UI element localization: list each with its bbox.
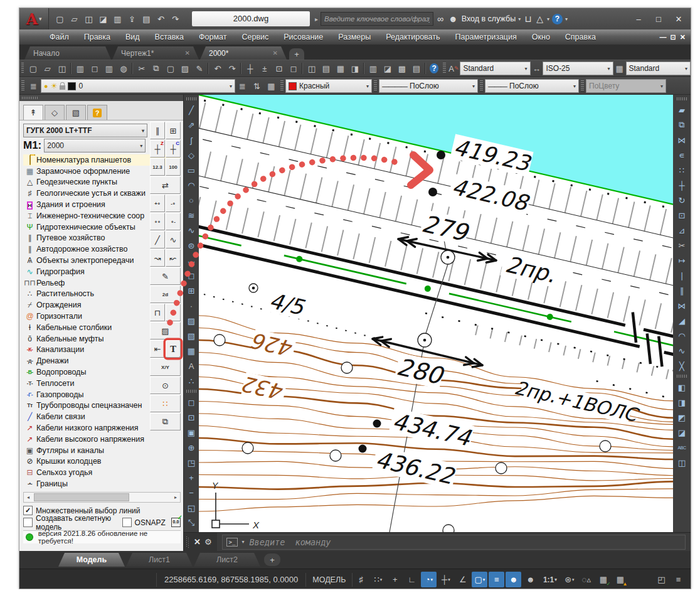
qat-icon-4[interactable]: ▥ [110,12,125,26]
workspace-switching-icon[interactable]: ⊛▾ [561,572,577,587]
toolbar-icon-31[interactable]: ▤ [409,61,423,75]
dynamic-input-icon[interactable]: + [387,572,403,587]
toolbar-icon-12[interactable]: ▨ [178,61,192,75]
draw-icon-8[interactable]: ∿ [184,223,198,238]
modify-icon-14[interactable]: ◢ [675,313,689,328]
draw-icon-4[interactable]: ▭ [184,163,198,178]
panel-tool-14-0[interactable]: ⊙ [150,377,181,394]
draw-icon-13[interactable]: · [184,298,198,313]
toolbar-grip[interactable] [677,97,687,100]
modify-icon-16[interactable]: ∿ [675,343,689,358]
toolbar-icon-0[interactable]: ▢ [26,61,40,75]
toolbar-icon-18[interactable]: ┼ [243,61,257,75]
draw2-icon-4[interactable]: ◳ [184,455,198,470]
panel-tool-1-0[interactable]: ┼Z [150,140,165,158]
modify2-icon-5[interactable]: ◫ [675,455,689,470]
modify-icon-7[interactable]: ⊡ [675,208,689,223]
toolbar-icon-10[interactable]: ⧉ [149,61,163,75]
horizontal-scrollbar[interactable]: ◂ ▸ [23,492,181,503]
modify-icon-8[interactable]: ⊿ [675,223,689,238]
modify2-icon-4[interactable]: ABC [675,440,689,455]
qat-icon-5[interactable]: ⇪ [125,12,139,26]
scroll-right-icon[interactable]: ▸ [171,494,180,500]
annotation-scale-icon[interactable]: 1:1▾ [539,572,560,587]
menu-item-8[interactable]: Редактировать [378,29,447,45]
toolbar-icon-28[interactable]: ▥ [366,61,380,75]
isodraft-icon[interactable]: ┼▾ [438,572,453,587]
menu-item-9[interactable]: Параметризация [448,29,524,45]
toolbar-grip[interactable] [677,375,687,378]
draw-icon-5[interactable]: ◠ [184,178,198,193]
panel-tool-10-1[interactable]: ∽ [166,304,181,321]
customization-icon[interactable]: ≡ [671,572,686,587]
layout-tab-модель[interactable]: Модель [58,553,125,567]
text-style-select[interactable]: Standard▾ [460,61,530,75]
toolbar-icon-21[interactable]: ◻ [286,61,300,75]
draw-icon-16[interactable]: ▦ [184,343,198,358]
draw-icon-2[interactable]: ʃ [184,132,198,147]
panel-tool-2-1[interactable]: 100 [166,158,181,176]
grid-icon[interactable]: ♯ [353,572,369,587]
modify-icon-15[interactable]: ◠ [675,328,689,343]
modify-icon-0[interactable]: ▰ [675,102,689,117]
user-icon[interactable]: ☻ [447,14,459,24]
file-tab-Начало[interactable]: Начало [24,46,111,60]
modify-icon-1[interactable]: ⧉ [675,117,689,132]
menu-item-1[interactable]: Правка [77,29,118,45]
menu-item-5[interactable]: Сервис [234,29,276,45]
toolbar-icon-6[interactable]: ▥ [102,61,116,75]
category-item-26[interactable]: ▣Футляры и каналы [23,445,181,456]
app-menu-button[interactable]: A ▾ [19,8,49,29]
toolbar-icon-2[interactable]: ◫ [55,61,69,75]
menu-item-4[interactable]: Формат [191,29,234,45]
panel-tool-1-1[interactable]: ┼C [166,140,181,158]
toolbar-grip[interactable] [374,80,377,92]
modify-icon-13[interactable]: ⋈ [675,298,689,313]
toolbar-icon-4[interactable]: ▥ [73,61,87,75]
command-field[interactable]: >_ ▾ [222,535,686,550]
modify-icon-17[interactable]: ╳ [675,358,689,373]
panel-tool-6-1[interactable]: ∿ [166,231,181,248]
linetype-select[interactable]: ————ПоСлою▾ [379,79,478,93]
category-item-25[interactable]: ↗Кабели высокого напряжения [23,434,181,445]
file-tab-Чертеж1[interactable]: Чертеж1*✕ [112,46,199,60]
draw2-icon-1[interactable]: ⊡ [184,410,198,425]
draw2-icon-5[interactable]: + [184,470,198,485]
modify2-icon-1[interactable]: ◨ [675,395,689,410]
qat-icon-6[interactable]: ▤ [139,12,154,26]
layer-color-swatch[interactable] [68,82,76,90]
panel-tool-15-0[interactable]: ∷ [150,395,181,412]
panel-tool-9-0[interactable]: 2d [150,286,181,303]
mdi-restore-button[interactable]: ⊡ [671,33,676,41]
toolbar-icon-1[interactable]: ▱ [40,61,55,75]
close-button[interactable]: ✕ [669,11,688,26]
library-select[interactable]: ГУГК 2000 LT+TTF▾ [23,124,147,137]
toolbar-grip[interactable] [186,97,196,100]
toolbar-icon-30[interactable]: ▩ [395,61,409,75]
layer-tool-icon-2[interactable]: ▦ [264,79,278,93]
modify2-icon-2[interactable]: ◩ [675,410,689,425]
modify2-icon-0[interactable]: ◧ [675,380,689,395]
appstore-icon[interactable]: △ [535,14,544,24]
dim-style-icon[interactable]: ↔ [531,61,543,75]
layer-freeze-icon[interactable]: ☀ [51,82,58,90]
panel-tool-12-0[interactable]: ⇤ [150,340,165,358]
command-close-icon[interactable]: ✕ [194,537,201,547]
panel-tool-3-0[interactable]: ⇄ [150,176,181,194]
selection-cycling-icon[interactable]: ☻ [506,572,521,587]
qat-icon-3[interactable]: ◪ [96,12,110,26]
category-item-29[interactable]: -•-Границы [23,478,181,489]
toolbar-icon-5[interactable]: ◻ [87,61,102,75]
modify-icon-10[interactable]: ↦ [675,253,689,268]
toolbar-grip[interactable] [443,63,445,74]
object-snap-tracking-icon[interactable]: ∠ [455,572,470,587]
modify-icon-9[interactable]: ✂ [675,238,689,253]
toolbar-grip[interactable] [280,80,284,92]
panel-tool-6-0[interactable]: ╱ [150,231,165,248]
layer-lock-icon[interactable] [60,85,65,90]
modify-icon-11[interactable]: ∣ [675,268,689,283]
toolbar-grip[interactable] [186,390,196,393]
skeleton-model-checkbox[interactable] [23,518,33,527]
toolbar-grip[interactable] [21,80,24,92]
panel-tool-4-1[interactable]: -∘ [166,195,181,212]
